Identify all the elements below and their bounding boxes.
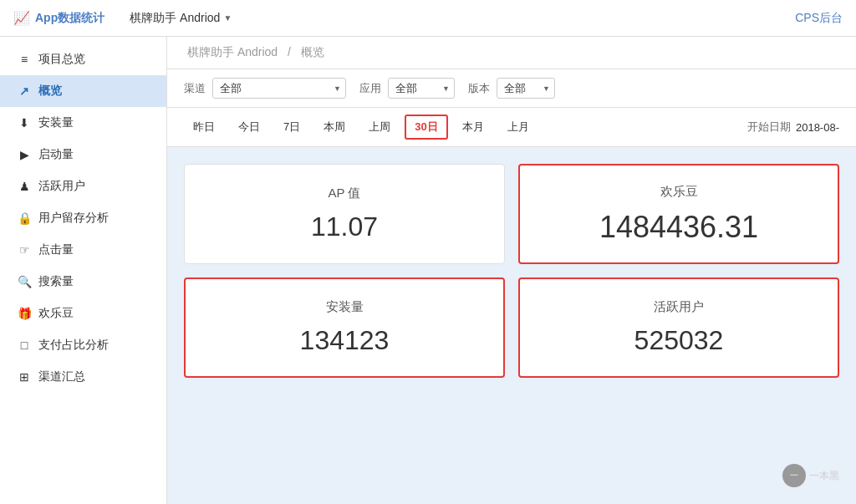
- metric-huanledou-title: 欢乐豆: [660, 184, 698, 200]
- sidebar-label-clicks: 点击量: [38, 242, 74, 257]
- clicks-icon: ☞: [17, 243, 32, 257]
- app-select[interactable]: 全部: [388, 78, 455, 99]
- sidebar-item-huanledou[interactable]: 🎁欢乐豆: [0, 298, 166, 329]
- sidebar-label-payment: 支付占比分析: [38, 338, 109, 353]
- channel-select[interactable]: 全部: [212, 78, 346, 99]
- sidebar-label-install: 安装量: [38, 115, 74, 130]
- metric-active-value: 525032: [634, 325, 724, 356]
- watermark-text: 一本黑: [809, 469, 839, 483]
- sidebar-label-retention: 用户留存分析: [38, 211, 109, 226]
- date-btn-30days[interactable]: 30日: [405, 115, 447, 140]
- sidebar-item-active-users[interactable]: ♟活跃用户: [0, 171, 166, 202]
- channel-filter: 渠道 全部: [184, 78, 346, 99]
- app-selector[interactable]: 棋牌助手 Andriod ▼: [130, 11, 232, 26]
- chart-icon: 📈: [13, 10, 30, 26]
- date-btn-today[interactable]: 今日: [229, 115, 269, 139]
- start-date-value: 2018-08-: [796, 121, 839, 134]
- top-nav: 📈 App数据统计 棋牌助手 Andriod ▼ CPS后台: [0, 0, 856, 37]
- metric-card-ap: AP 值 11.07: [184, 164, 505, 264]
- start-date-label: 开始日期: [747, 120, 791, 135]
- sidebar-item-retention[interactable]: 🔒用户留存分析: [0, 202, 166, 234]
- filter-bar: 渠道 全部 应用 全部 版本 全部: [167, 69, 856, 108]
- metric-huanledou-value: 1484436.31: [599, 210, 758, 245]
- launch-icon: ▶: [17, 148, 32, 161]
- date-btn-this-week[interactable]: 本周: [314, 115, 354, 139]
- app-dropdown-arrow: ▼: [223, 13, 232, 23]
- metric-install-value: 134123: [300, 325, 390, 356]
- breadcrumb-app: 棋牌助手 Andriod: [187, 45, 278, 59]
- metric-install-title: 安装量: [326, 299, 364, 315]
- install-icon: ⬇: [17, 116, 32, 130]
- date-btn-last-week[interactable]: 上周: [359, 115, 400, 139]
- date-bar: 昨日 今日 7日 本周 上周 30日 本月 上月 开始日期 2018-08-: [167, 108, 856, 147]
- sidebar-label-huanledou: 欢乐豆: [38, 306, 74, 321]
- sidebar: ≡项目总览↗概览⬇安装量▶启动量♟活跃用户🔒用户留存分析☞点击量🔍搜索量🎁欢乐豆…: [0, 37, 167, 504]
- project-overview-icon: ≡: [17, 53, 32, 66]
- logo: 📈 App数据统计: [13, 10, 104, 26]
- date-btn-this-month[interactable]: 本月: [453, 115, 493, 139]
- sidebar-label-active-users: 活跃用户: [38, 179, 85, 194]
- version-filter: 版本 全部: [468, 78, 555, 99]
- sidebar-label-search: 搜索量: [38, 274, 74, 289]
- retention-icon: 🔒: [17, 211, 32, 225]
- channel-label: 渠道: [184, 81, 206, 96]
- breadcrumb-page: 概览: [301, 45, 324, 59]
- sidebar-item-payment[interactable]: □支付占比分析: [0, 329, 166, 361]
- date-btn-last-month[interactable]: 上月: [498, 115, 538, 139]
- sidebar-label-project-overview: 项目总览: [38, 52, 85, 67]
- app-filter: 应用 全部: [359, 78, 455, 99]
- version-select-wrapper[interactable]: 全部: [497, 78, 555, 99]
- date-btn-yesterday[interactable]: 昨日: [184, 115, 224, 139]
- app-label: 应用: [359, 81, 381, 96]
- app-select-wrapper[interactable]: 全部: [388, 78, 455, 99]
- metric-card-huanledou: 欢乐豆 1484436.31: [518, 164, 839, 264]
- cps-button[interactable]: CPS后台: [795, 11, 843, 26]
- sidebar-item-project-overview[interactable]: ≡项目总览: [0, 43, 166, 75]
- sidebar-item-install[interactable]: ⬇安装量: [0, 107, 166, 139]
- content-area: 棋牌助手 Andriod / 概览 渠道 全部 应用 全部: [167, 37, 856, 504]
- watermark-logo: 一: [782, 464, 806, 487]
- sidebar-label-launch: 启动量: [38, 147, 74, 162]
- channel-select-wrapper[interactable]: 全部: [212, 78, 346, 99]
- search-icon: 🔍: [17, 275, 32, 288]
- breadcrumb-separator: /: [288, 45, 291, 59]
- version-select[interactable]: 全部: [497, 78, 555, 99]
- sidebar-item-launch[interactable]: ▶启动量: [0, 139, 166, 171]
- sidebar-item-channel[interactable]: ⊞渠道汇总: [0, 361, 166, 393]
- metric-card-active-users: 活跃用户 525032: [518, 277, 839, 378]
- metric-card-install: 安装量 134123: [184, 277, 505, 378]
- metric-ap-title: AP 值: [329, 186, 361, 201]
- sidebar-item-clicks[interactable]: ☞点击量: [0, 234, 166, 266]
- watermark: 一 一本黑: [782, 464, 839, 487]
- metric-active-title: 活跃用户: [654, 299, 704, 315]
- metrics-area: AP 值 11.07 欢乐豆 1484436.31 安装量 134123 活跃用…: [167, 147, 856, 395]
- sidebar-label-overview: 概览: [38, 84, 62, 99]
- breadcrumb: 棋牌助手 Andriod / 概览: [167, 37, 856, 69]
- main-layout: ≡项目总览↗概览⬇安装量▶启动量♟活跃用户🔒用户留存分析☞点击量🔍搜索量🎁欢乐豆…: [0, 37, 856, 504]
- active-users-icon: ♟: [17, 180, 32, 193]
- overview-icon: ↗: [17, 84, 32, 98]
- metric-ap-value: 11.07: [311, 211, 378, 242]
- date-btn-7days[interactable]: 7日: [274, 115, 309, 139]
- payment-icon: □: [17, 339, 32, 352]
- sidebar-label-channel: 渠道汇总: [38, 369, 85, 384]
- logo-text: App数据统计: [35, 11, 104, 26]
- huanledou-icon: 🎁: [17, 307, 32, 320]
- channel-icon: ⊞: [17, 370, 32, 384]
- version-label: 版本: [468, 81, 490, 96]
- app-name: 棋牌助手 Andriod: [130, 11, 220, 26]
- sidebar-item-search[interactable]: 🔍搜索量: [0, 266, 166, 298]
- sidebar-item-overview[interactable]: ↗概览: [0, 75, 166, 107]
